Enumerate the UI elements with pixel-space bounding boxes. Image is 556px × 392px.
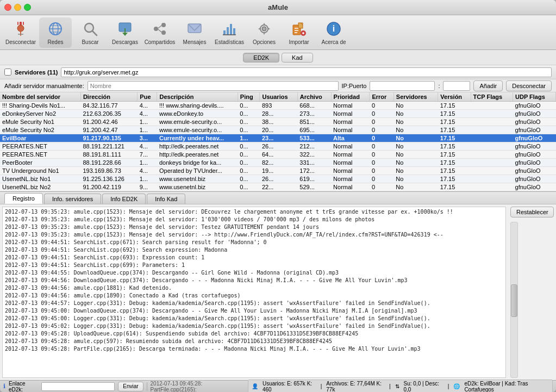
table-cell: [471, 183, 513, 191]
table-row[interactable]: PEERATES.NET88.191.221.1214...http://edk…: [0, 142, 556, 151]
table-row[interactable]: !!! Sharing-Devils No1...84.32.116.774..…: [0, 102, 556, 110]
svg-rect-22: [223, 30, 226, 35]
minimize-button[interactable]: [14, 4, 21, 11]
table-cell: 172...: [297, 167, 331, 175]
table-row[interactable]: eMule Security No291.200.42.471...www.em…: [0, 126, 556, 134]
tab-info-ed2k[interactable]: Info ED2K: [102, 194, 146, 204]
table-cell: 322...: [297, 151, 331, 159]
table-cell: No: [393, 167, 438, 175]
redes-button[interactable]: Redes: [39, 17, 72, 48]
log-entry: 2012-07-13 09:44:56: amule.cpp(1890): Co…: [5, 292, 503, 300]
transfer-icon: ⇅: [395, 383, 399, 389]
importar-label: Importar: [289, 39, 309, 45]
close-button[interactable]: [4, 4, 11, 11]
link-label: Enlace eD2k:: [9, 381, 38, 393]
table-cell: 212.63.206.35: [80, 110, 137, 118]
table-cell: 0...: [238, 159, 260, 167]
status-divider: [147, 382, 147, 391]
disconnect-server-button[interactable]: Desconectar: [506, 80, 552, 91]
table-cell: 0...: [238, 142, 260, 151]
svg-rect-23: [227, 27, 229, 35]
mensajes-button[interactable]: Mensajes: [178, 17, 211, 48]
table-cell: Normal: [331, 110, 370, 118]
table-row[interactable]: UsenetNL.biz No291.200.42.1199...www.use…: [0, 183, 556, 191]
table-row[interactable]: PEERATES.NET88.191.81.1117...http://edk.…: [0, 151, 556, 159]
table-cell: 668...: [297, 102, 331, 110]
descargas-button[interactable]: Descargas: [109, 17, 141, 48]
reset-button[interactable]: Restablecer: [510, 207, 554, 217]
users-icon: 👤: [252, 383, 258, 389]
table-cell: 91.200.42.46: [80, 118, 137, 126]
table-cell: 23...: [260, 134, 297, 142]
estadisticas-button[interactable]: Estadísticas: [213, 17, 246, 48]
server-checkbox[interactable]: [4, 69, 11, 76]
table-cell: 91.200.42.119: [80, 183, 137, 191]
maximize-button[interactable]: [24, 4, 31, 11]
table-row[interactable]: UsenetNL.biz No191.225.136.1261...www.us…: [0, 175, 556, 183]
table-cell: 17.15: [438, 159, 471, 167]
ed2k-button[interactable]: ED2K: [243, 53, 279, 63]
table-cell: gfnuGloO: [513, 175, 556, 183]
server-table-body: !!! Sharing-Devils No1...84.32.116.774..…: [0, 102, 556, 191]
table-cell: !!! Sharing-Devils No1...: [0, 102, 80, 110]
network-icon: [47, 20, 64, 38]
log-area[interactable]: 2012-07-13 09:35:23: amule.cpp(1523): Me…: [2, 207, 506, 378]
link-input[interactable]: [41, 382, 115, 391]
files-info: Archivos: E: 77,64M K: 77k: [326, 381, 385, 393]
import-icon: [290, 20, 308, 38]
table-cell: PEERATES.NET: [0, 142, 80, 151]
table-cell: No: [393, 102, 438, 110]
log-entry: 2012-07-13 09:44:51: SearchList.cpp(692)…: [5, 246, 503, 254]
svg-text:i: i: [333, 24, 335, 33]
table-cell: 0...: [238, 118, 260, 126]
table-cell: No: [393, 126, 438, 134]
table-row[interactable]: PeerBooter88.191.228.661...donkeys bridg…: [0, 159, 556, 167]
table-cell: 4...: [138, 167, 157, 175]
log-scrollbar[interactable]: [510, 222, 518, 378]
add-server-button[interactable]: Añadir: [473, 80, 503, 91]
table-row[interactable]: eDonkeyServer No2212.63.206.354...www.eD…: [0, 110, 556, 118]
add-server-name-input[interactable]: [88, 81, 339, 91]
table-cell: No: [393, 183, 438, 191]
kad-button[interactable]: Kad: [282, 53, 313, 63]
opciones-button[interactable]: Opciones: [248, 17, 280, 48]
compartidos-button[interactable]: Compartidos: [143, 17, 176, 48]
table-cell: 17.15: [438, 110, 471, 118]
tab-info-kad[interactable]: Info Kad: [147, 194, 185, 204]
table-cell: 0...: [238, 167, 260, 175]
desconectar-button[interactable]: Desconectar: [4, 17, 37, 48]
table-cell: gfnuGloO: [513, 183, 556, 191]
server-url-bar: [61, 67, 552, 77]
table-cell: PeerBooter: [0, 159, 80, 167]
table-cell: Normal: [331, 175, 370, 183]
table-cell: 38...: [260, 118, 297, 126]
table-cell: gfnuGloO: [513, 102, 556, 110]
table-cell: 17.15: [438, 142, 471, 151]
table-cell: [471, 102, 513, 110]
col-udp: UDP Flags: [513, 92, 556, 102]
table-cell: 17.15: [438, 183, 471, 191]
importar-button[interactable]: Importar: [283, 17, 315, 48]
table-cell: gfnuGloO: [513, 126, 556, 134]
buscar-button[interactable]: Buscar: [74, 17, 107, 48]
add-server-port-input[interactable]: [443, 81, 470, 91]
toolbar: Desconectar Redes: [0, 15, 556, 50]
table-cell: 0: [370, 118, 393, 126]
add-server-ip-input[interactable]: [370, 81, 435, 91]
transfer-info: Su: 0,0 | Desc: 0,0: [404, 381, 443, 393]
col-priority: Prioridad: [331, 92, 370, 102]
tab-info-servidores[interactable]: Info. servidores: [44, 194, 101, 204]
server-url-input[interactable]: [61, 67, 552, 77]
table-cell: UsenetNL.biz No1: [0, 175, 80, 183]
table-cell: 28...: [260, 110, 297, 118]
table-row[interactable]: eMule Security No191.200.42.461...www.em…: [0, 118, 556, 126]
table-cell: No: [393, 175, 438, 183]
acerca-button[interactable]: i Acerca de: [317, 17, 350, 48]
tab-registro[interactable]: Registro: [4, 193, 43, 204]
table-cell: 0...: [238, 110, 260, 118]
table-row[interactable]: TV Underground No1193.169.86.734...Opera…: [0, 167, 556, 175]
table-cell: 0: [370, 134, 393, 142]
table-cell: 88.191.221.121: [80, 142, 137, 151]
send-button[interactable]: Enviar: [118, 382, 143, 391]
table-row[interactable]: EvilBoar91.217.90.1353...Currently under…: [0, 134, 556, 142]
